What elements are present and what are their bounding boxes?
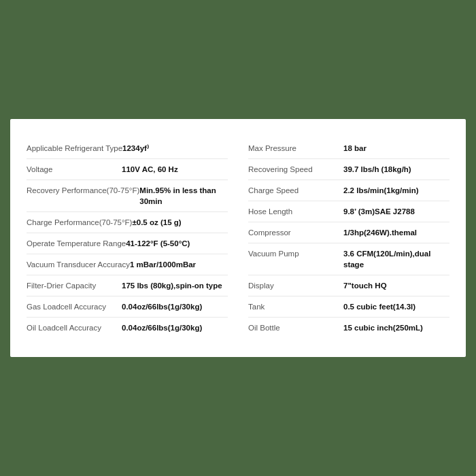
spec-value: Min.95% in less than 30min	[139, 185, 228, 207]
table-row: Vacuum Pump3.6 CFM(120L/min),dual stage	[248, 243, 449, 275]
spec-label: Voltage	[27, 164, 122, 175]
spec-value: 1/3hp(246W).themal	[343, 227, 417, 238]
spec-label: Recovery Performance(70-75°F)	[27, 185, 139, 196]
table-row: Operate Temperature Range41-122°F (5-50°…	[27, 233, 228, 254]
table-row: Charge Performance(70-75°F)±0.5 oz (15 g…	[27, 212, 228, 233]
spec-label: Compressor	[248, 227, 343, 238]
table-row: Compressor1/3hp(246W).themal	[248, 222, 449, 243]
spec-label: Vacuum Transducer Accuracy	[27, 259, 130, 270]
table-row: Tank0.5 cubic feet(14.3l)	[248, 296, 449, 318]
table-row: Recovering Speed39.7 lbs/h (18kg/h)	[248, 159, 449, 180]
spec-value: 1234yf⁾	[122, 143, 149, 154]
spec-value: 1 mBar/1000mBar	[130, 259, 196, 270]
table-row: Gas Loadcell Accuracy0.04oz/66lbs(1g/30k…	[27, 296, 228, 318]
spec-value: 39.7 lbs/h (18kg/h)	[343, 164, 411, 175]
spec-label: Tank	[248, 301, 343, 312]
specs-grid: Applicable Refrigerant Type1234yf⁾Voltag…	[27, 138, 449, 339]
spec-value: 9.8’ (3m)SAE J2788	[343, 206, 415, 217]
spec-label: Hose Length	[248, 206, 343, 217]
spec-value: 41-122°F (5-50°C)	[126, 238, 190, 249]
right-column: Max Pressure18 barRecovering Speed39.7 l…	[248, 138, 449, 339]
spec-label: Charge Performance(70-75°F)	[27, 217, 132, 228]
spec-label: Recovering Speed	[248, 164, 343, 175]
table-row: Recovery Performance(70-75°F)Min.95% in …	[27, 180, 228, 212]
table-row: Oil Bottle15 cubic inch(250mL)	[248, 318, 449, 338]
spec-value: 2.2 lbs/min(1kg/min)	[343, 185, 419, 196]
spec-label: Oil Bottle	[248, 322, 343, 333]
table-row: Hose Length9.8’ (3m)SAE J2788	[248, 201, 449, 222]
spec-label: Vacuum Pump	[248, 248, 343, 259]
spec-label: Oil Loadcell Accuracy	[27, 322, 122, 333]
spec-label: Gas Loadcell Accuracy	[27, 301, 122, 312]
table-row: Filter-Drier Capacity175 lbs (80kg),spin…	[27, 275, 228, 296]
spec-value: 175 lbs (80kg),spin-on type	[122, 280, 222, 291]
table-row: Display7"touch HQ	[248, 275, 449, 296]
spec-label: Display	[248, 280, 343, 291]
table-row: Oil Loadcell Accuracy0.04oz/66lbs(1g/30k…	[27, 318, 228, 338]
spec-label: Applicable Refrigerant Type	[27, 143, 122, 154]
spec-value: 18 bar	[343, 143, 367, 154]
spec-label: Charge Speed	[248, 185, 343, 196]
table-row: Voltage110V AC, 60 Hz	[27, 159, 228, 180]
spec-value: 0.04oz/66lbs(1g/30kg)	[122, 322, 202, 333]
table-row: Vacuum Transducer Accuracy1 mBar/1000mBa…	[27, 254, 228, 275]
left-column: Applicable Refrigerant Type1234yf⁾Voltag…	[27, 138, 228, 339]
spec-label: Max Pressure	[248, 143, 343, 154]
spec-value: 15 cubic inch(250mL)	[343, 322, 423, 333]
spec-label: Operate Temperature Range	[27, 238, 126, 249]
spec-value: 0.04oz/66lbs(1g/30kg)	[122, 301, 202, 312]
spec-value: ±0.5 oz (15 g)	[132, 217, 181, 228]
specs-card: Applicable Refrigerant Type1234yf⁾Voltag…	[10, 119, 466, 358]
spec-value: 3.6 CFM(120L/min),dual stage	[343, 248, 449, 270]
spec-value: 0.5 cubic feet(14.3l)	[343, 301, 415, 312]
table-row: Charge Speed2.2 lbs/min(1kg/min)	[248, 180, 449, 201]
spec-label: Filter-Drier Capacity	[27, 280, 122, 291]
spec-value: 7"touch HQ	[343, 280, 387, 291]
table-row: Max Pressure18 bar	[248, 138, 449, 159]
table-row: Applicable Refrigerant Type1234yf⁾	[27, 138, 228, 159]
spec-value: 110V AC, 60 Hz	[122, 164, 178, 175]
